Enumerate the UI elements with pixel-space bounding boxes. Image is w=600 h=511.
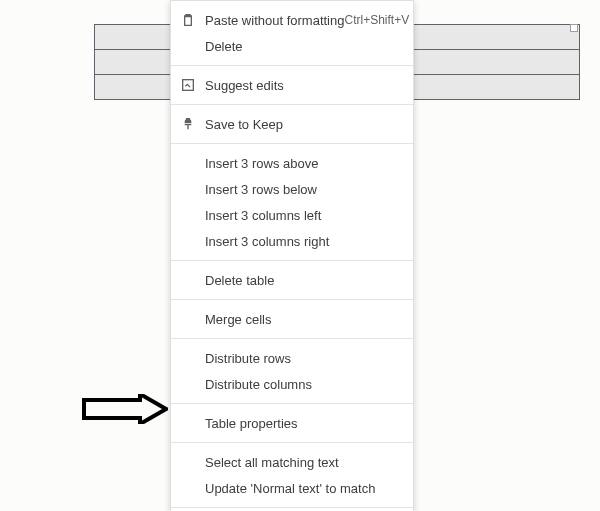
menu-separator [171, 260, 413, 261]
menu-item-insert-cols-left[interactable]: Insert 3 columns left [171, 202, 413, 228]
menu-item-delete[interactable]: Delete [171, 33, 413, 59]
table-handle[interactable] [570, 24, 578, 32]
menu-separator [171, 403, 413, 404]
suggest-edits-icon [171, 77, 205, 93]
menu-item-delete-table[interactable]: Delete table [171, 267, 413, 293]
menu-separator [171, 104, 413, 105]
menu-item-label: Paste without formatting [205, 13, 344, 28]
menu-item-label: Delete table [205, 273, 401, 288]
menu-item-insert-cols-right[interactable]: Insert 3 columns right [171, 228, 413, 254]
menu-separator [171, 442, 413, 443]
menu-item-label: Insert 3 columns right [205, 234, 401, 249]
context-menu: Paste without formatting Ctrl+Shift+V De… [170, 0, 414, 511]
menu-separator [171, 65, 413, 66]
menu-item-insert-rows-above[interactable]: Insert 3 rows above [171, 150, 413, 176]
paste-icon [171, 12, 205, 28]
menu-item-label: Merge cells [205, 312, 401, 327]
menu-item-label: Insert 3 columns left [205, 208, 401, 223]
menu-separator [171, 507, 413, 508]
menu-item-label: Save to Keep [205, 117, 401, 132]
menu-item-distribute-columns[interactable]: Distribute columns [171, 371, 413, 397]
menu-item-insert-rows-below[interactable]: Insert 3 rows below [171, 176, 413, 202]
menu-separator [171, 143, 413, 144]
keep-icon [171, 116, 205, 132]
menu-item-table-properties[interactable]: Table properties [171, 410, 413, 436]
menu-item-suggest-edits[interactable]: Suggest edits [171, 72, 413, 98]
menu-item-label: Distribute rows [205, 351, 401, 366]
menu-item-paste-without-formatting[interactable]: Paste without formatting Ctrl+Shift+V [171, 7, 413, 33]
annotation-arrow [82, 394, 168, 424]
menu-item-update-normal-text[interactable]: Update 'Normal text' to match [171, 475, 413, 501]
menu-item-label: Insert 3 rows above [205, 156, 401, 171]
menu-item-merge-cells[interactable]: Merge cells [171, 306, 413, 332]
menu-item-label: Suggest edits [205, 78, 401, 93]
menu-item-distribute-rows[interactable]: Distribute rows [171, 345, 413, 371]
menu-item-label: Delete [205, 39, 401, 54]
menu-item-label: Table properties [205, 416, 401, 431]
menu-item-save-to-keep[interactable]: Save to Keep [171, 111, 413, 137]
menu-item-shortcut: Ctrl+Shift+V [344, 13, 409, 27]
menu-item-label: Distribute columns [205, 377, 401, 392]
menu-separator [171, 338, 413, 339]
menu-item-label: Update 'Normal text' to match [205, 481, 401, 496]
menu-item-label: Insert 3 rows below [205, 182, 401, 197]
menu-separator [171, 299, 413, 300]
menu-item-select-all-matching[interactable]: Select all matching text [171, 449, 413, 475]
menu-item-label: Select all matching text [205, 455, 401, 470]
